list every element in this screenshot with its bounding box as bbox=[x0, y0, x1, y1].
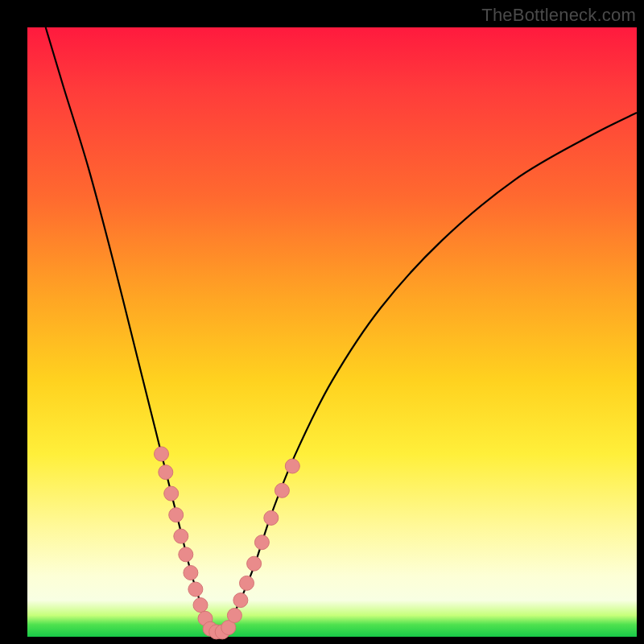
plot-area bbox=[27, 27, 637, 637]
watermark-text: TheBottleneck.com bbox=[481, 5, 636, 26]
chart-svg bbox=[27, 27, 637, 637]
chart-frame: TheBottleneck.com bbox=[0, 0, 644, 644]
curve-marker bbox=[275, 483, 289, 497]
curve-marker bbox=[159, 465, 173, 480]
bottleneck-curve bbox=[46, 27, 637, 633]
curve-marker bbox=[254, 535, 269, 550]
curve-marker bbox=[240, 576, 254, 590]
curve-marker bbox=[169, 508, 184, 522]
curve-marker bbox=[174, 529, 188, 543]
curve-markers bbox=[155, 447, 300, 639]
curve-marker bbox=[179, 547, 193, 562]
curve-marker bbox=[285, 459, 299, 473]
curve-marker bbox=[164, 486, 179, 501]
curve-marker bbox=[264, 510, 279, 525]
curve-marker bbox=[184, 566, 198, 580]
curve-marker bbox=[155, 447, 169, 461]
curve-marker bbox=[188, 582, 203, 597]
curve-marker bbox=[247, 556, 262, 571]
curve-marker bbox=[227, 609, 242, 623]
curve-marker bbox=[233, 593, 248, 608]
curve-marker bbox=[193, 598, 208, 613]
